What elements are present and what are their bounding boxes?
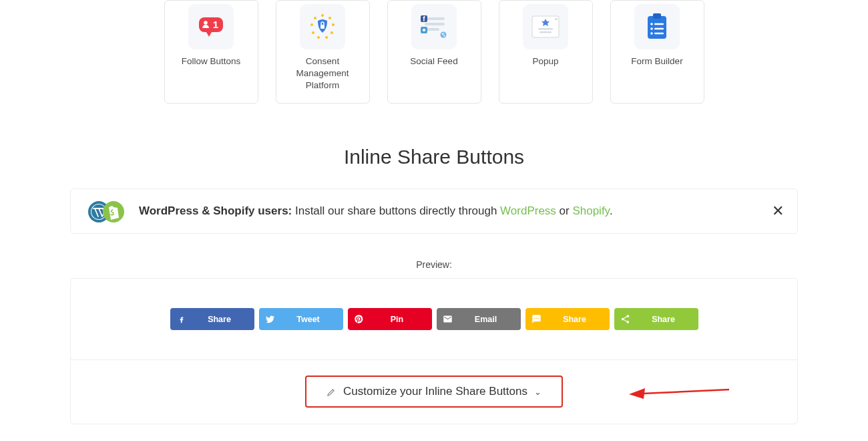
share-facebook[interactable]: Share [170, 308, 254, 330]
sharethis-icon [614, 314, 637, 324]
svg-rect-14 [425, 23, 445, 25]
svg-point-8 [317, 36, 320, 39]
arrow-annotation [629, 383, 729, 402]
tool-tile-social-feed[interactable]: f Social Feed [387, 0, 481, 104]
shopify-link[interactable]: Shopify [572, 204, 609, 217]
follow-icon: 1 [188, 4, 234, 49]
twitter-icon [259, 314, 282, 324]
svg-point-9 [312, 31, 314, 34]
svg-marker-43 [629, 388, 645, 399]
share-sms[interactable]: Share [525, 308, 610, 330]
close-icon[interactable]: ✕ [772, 204, 784, 218]
email-icon [437, 314, 459, 324]
svg-rect-0 [199, 17, 223, 32]
notice-or: or [556, 204, 573, 217]
popup-icon: × [523, 4, 568, 49]
facebook-icon [170, 315, 193, 324]
pinterest-icon [348, 314, 371, 324]
svg-point-4 [329, 17, 331, 19]
tool-tile-form-builder[interactable]: Form Builder [610, 0, 704, 104]
notice-bold: WordPress & Shopify users: [139, 204, 292, 217]
svg-point-41 [626, 321, 629, 323]
svg-point-19 [423, 29, 425, 31]
svg-rect-27 [648, 16, 666, 39]
tool-label: Popup [528, 55, 562, 67]
svg-point-7 [325, 36, 328, 39]
share-label: Email [459, 315, 521, 324]
svg-rect-26 [539, 31, 552, 33]
share-label: Tweet [282, 315, 343, 324]
svg-point-39 [626, 315, 629, 317]
svg-rect-12 [320, 25, 324, 29]
svg-point-5 [332, 23, 335, 26]
svg-rect-13 [425, 17, 445, 20]
tool-label: Form Builder [627, 55, 686, 67]
pencil-icon [327, 387, 337, 397]
svg-text:1: 1 [213, 19, 218, 30]
consent-icon [300, 4, 345, 49]
customize-button[interactable]: Customize your Inline Share Buttons ⌄ [305, 376, 563, 408]
notice-period: . [610, 204, 613, 217]
share-label: Share [548, 315, 610, 324]
tool-tile-follow-buttons[interactable]: 1 Follow Buttons [164, 0, 258, 104]
chevron-down-icon: ⌄ [534, 387, 541, 397]
svg-rect-30 [654, 23, 664, 25]
svg-rect-32 [654, 28, 664, 29]
customize-label: Customize your Inline Share Buttons [343, 385, 527, 398]
svg-rect-28 [653, 13, 661, 19]
preview-label: Preview: [70, 259, 798, 270]
tool-label: Social Feed [406, 55, 461, 67]
preview-box: Share Tweet Pin Email Share Share [70, 278, 798, 424]
svg-text:×: × [555, 17, 558, 21]
sms-icon [525, 314, 548, 324]
section-title: Inline Share Buttons [70, 146, 798, 168]
svg-point-3 [321, 14, 324, 17]
svg-line-42 [642, 390, 729, 394]
form-builder-icon [634, 4, 680, 49]
svg-point-10 [310, 23, 313, 26]
platform-notice: WordPress & Shopify users: Install our s… [70, 188, 798, 234]
share-sharethis[interactable]: Share [614, 308, 698, 330]
share-label: Share [637, 315, 698, 324]
share-label: Share [193, 315, 254, 324]
svg-point-11 [314, 17, 316, 19]
svg-point-1 [204, 21, 208, 25]
svg-point-40 [622, 318, 624, 321]
svg-point-33 [650, 32, 653, 35]
share-email[interactable]: Email [437, 308, 521, 330]
tool-tile-popup[interactable]: × Popup [499, 0, 593, 104]
platform-icons [87, 199, 126, 223]
wordpress-link[interactable]: WordPress [500, 204, 556, 217]
social-feed-icon: f [411, 4, 457, 49]
tool-tile-consent[interactable]: Consent Management Platform [276, 0, 370, 104]
svg-rect-34 [654, 33, 664, 34]
tool-label: Follow Buttons [178, 55, 245, 67]
notice-before: Install our share buttons directly throu… [292, 204, 500, 217]
svg-point-29 [650, 23, 653, 25]
svg-rect-25 [538, 28, 553, 30]
svg-point-31 [650, 27, 653, 30]
share-pinterest[interactable]: Pin [348, 308, 432, 330]
share-label: Pin [371, 315, 432, 324]
tool-label: Consent Management Platform [276, 55, 369, 92]
svg-point-6 [331, 31, 333, 34]
share-button-row: Share Tweet Pin Email Share Share [71, 279, 797, 360]
notice-text: WordPress & Shopify users: Install our s… [139, 204, 613, 218]
share-twitter[interactable]: Tweet [259, 308, 343, 330]
